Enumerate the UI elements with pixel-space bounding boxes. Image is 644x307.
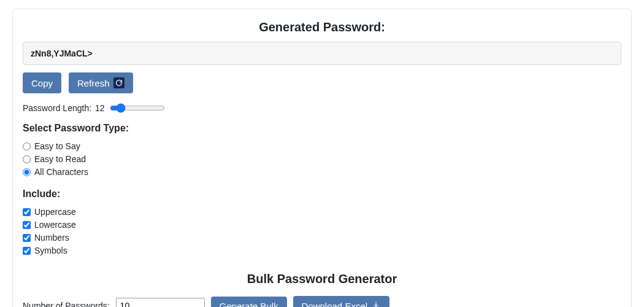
bulk-count-input[interactable] — [116, 298, 205, 307]
checkbox-uppercase[interactable] — [23, 208, 31, 216]
type-label: Easy to Read — [34, 153, 86, 166]
length-value: 12 — [95, 103, 105, 113]
generate-bulk-label: Generate Bulk — [220, 301, 278, 308]
include-option-numbers[interactable]: Numbers — [23, 231, 621, 244]
type-label: All Characters — [34, 166, 88, 179]
copy-button[interactable]: Copy — [23, 72, 61, 93]
type-label: Easy to Say — [34, 140, 80, 153]
copy-button-label: Copy — [31, 79, 53, 88]
include-label: Symbols — [34, 244, 67, 257]
include-heading: Include: — [23, 188, 621, 200]
download-icon — [371, 301, 381, 307]
include-label: Uppercase — [34, 206, 76, 219]
length-row: Password Length: 12 — [23, 102, 621, 114]
password-generator-panel: Generated Password: zNn8,YJMaCL> Copy Re… — [12, 9, 632, 307]
radio-all-characters[interactable] — [23, 168, 31, 176]
include-option-uppercase[interactable]: Uppercase — [23, 206, 621, 219]
refresh-button-label: Refresh — [77, 79, 110, 88]
radio-easy-to-say[interactable] — [23, 142, 31, 150]
length-label: Password Length: — [23, 103, 91, 113]
type-option-easy-to-read[interactable]: Easy to Read — [23, 153, 621, 166]
checkbox-numbers[interactable] — [23, 234, 31, 242]
generated-password-output: zNn8,YJMaCL> — [23, 42, 621, 65]
action-row: Copy Refresh — [23, 72, 621, 93]
include-option-symbols[interactable]: Symbols — [23, 244, 621, 257]
include-option-lowercase[interactable]: Lowercase — [23, 219, 621, 231]
generate-bulk-button[interactable]: Generate Bulk — [211, 297, 287, 308]
include-label: Numbers — [34, 231, 69, 244]
type-option-all-characters[interactable]: All Characters — [23, 166, 621, 179]
type-heading: Select Password Type: — [23, 123, 621, 134]
bulk-row: Number of Passwords: Generate Bulk Downl… — [23, 296, 621, 307]
length-slider[interactable] — [110, 103, 165, 113]
refresh-icon — [113, 77, 125, 88]
download-excel-label: Download Excel — [302, 301, 368, 308]
page-title: Generated Password: — [23, 20, 621, 34]
bulk-count-label: Number of Passwords: — [23, 301, 110, 307]
include-label: Lowercase — [34, 219, 76, 231]
radio-easy-to-read[interactable] — [23, 155, 31, 163]
checkbox-lowercase[interactable] — [23, 221, 31, 229]
refresh-button[interactable]: Refresh — [69, 72, 133, 93]
download-excel-button[interactable]: Download Excel — [293, 296, 390, 307]
type-option-easy-to-say[interactable]: Easy to Say — [23, 140, 621, 153]
bulk-title: Bulk Password Generator — [23, 272, 621, 286]
checkbox-symbols[interactable] — [23, 247, 31, 255]
